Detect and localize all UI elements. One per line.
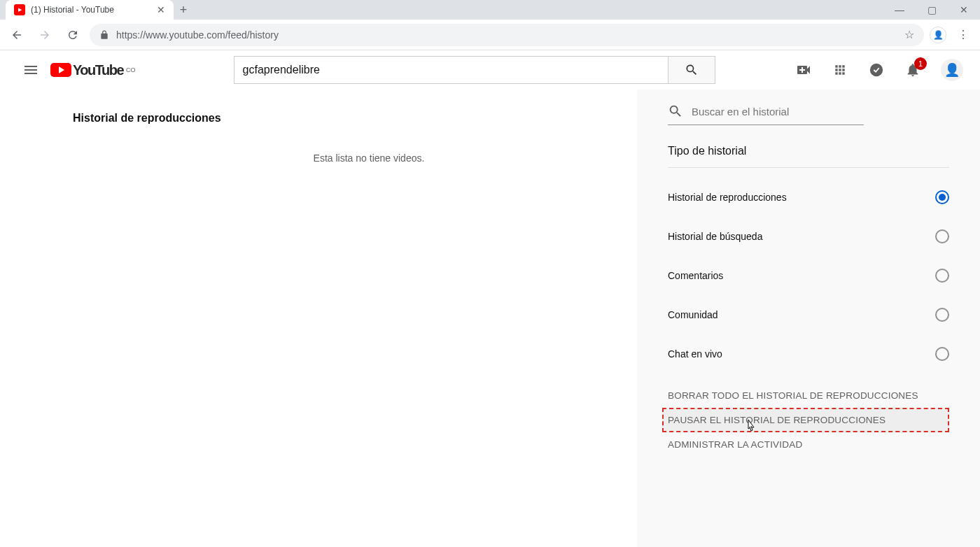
youtube-header: YouTube CO 1 👤 [0, 50, 980, 90]
back-button[interactable] [6, 24, 28, 46]
history-type-title: Tipo de historial [668, 145, 949, 157]
page-title: Historial de reproducciones [73, 112, 609, 125]
cursor-icon [745, 419, 756, 433]
browser-chrome: (1) Historial - YouTube ✕ + — ▢ ✕ https:… [0, 0, 980, 50]
notifications-button[interactable]: 1 [904, 62, 921, 78]
window-controls: — ▢ ✕ [883, 0, 980, 20]
radio-icon [935, 347, 949, 361]
lock-icon [99, 30, 109, 40]
maximize-button[interactable]: ▢ [916, 0, 948, 20]
search-icon [668, 104, 683, 119]
pause-history-button[interactable]: PAUSAR EL HISTORIAL DE REPRODUCCIONES [662, 408, 949, 432]
search-button[interactable] [668, 56, 715, 84]
radio-icon [935, 229, 949, 243]
option-label: Historial de búsqueda [668, 231, 762, 242]
radio-icon [935, 269, 949, 283]
history-search[interactable] [668, 104, 864, 125]
option-label: Comunidad [668, 309, 718, 320]
empty-list-message: Esta lista no tiene videos. [129, 152, 609, 164]
option-label: Comentarios [668, 270, 723, 281]
hamburger-menu-button[interactable] [17, 56, 45, 84]
main-column: Historial de reproducciones Esta lista n… [0, 90, 637, 547]
account-avatar[interactable]: 👤 [941, 59, 963, 81]
history-option-community[interactable]: Comunidad [668, 295, 949, 334]
search-input[interactable] [234, 56, 668, 84]
notification-badge: 1 [914, 57, 927, 70]
radio-checked-icon [935, 190, 949, 204]
history-option-comments[interactable]: Comentarios [668, 256, 949, 295]
history-option-search[interactable]: Historial de búsqueda [668, 217, 949, 256]
forward-button[interactable] [34, 24, 56, 46]
manage-activity-button[interactable]: ADMINISTRAR LA ACTIVIDAD [668, 432, 949, 457]
close-tab-icon[interactable]: ✕ [157, 4, 165, 15]
svg-point-0 [870, 64, 883, 76]
apps-button[interactable] [832, 62, 848, 78]
url-box[interactable]: https://www.youtube.com/feed/history ☆ [90, 24, 924, 46]
radio-icon [935, 308, 949, 322]
new-tab-button[interactable]: + [174, 0, 193, 20]
youtube-logo-text: YouTube [73, 62, 123, 78]
youtube-favicon [14, 4, 25, 15]
content-area: Historial de reproducciones Esta lista n… [0, 90, 980, 547]
header-actions: 1 👤 [795, 59, 963, 81]
youtube-country-code: CO [126, 66, 136, 73]
reload-button[interactable] [62, 24, 84, 46]
history-search-input[interactable] [692, 106, 864, 118]
bookmark-star-icon[interactable]: ☆ [904, 28, 914, 41]
youtube-logo[interactable]: YouTube CO [50, 62, 136, 78]
history-option-livechat[interactable]: Chat en vivo [668, 334, 949, 374]
clear-history-button[interactable]: BORRAR TODO EL HISTORIAL DE REPRODUCCION… [668, 383, 949, 408]
pause-history-label: PAUSAR EL HISTORIAL DE REPRODUCCIONES [668, 415, 886, 425]
url-text: https://www.youtube.com/feed/history [116, 29, 279, 41]
option-label: Historial de reproducciones [668, 192, 787, 203]
browser-tab[interactable]: (1) Historial - YouTube ✕ [6, 0, 174, 20]
address-bar: https://www.youtube.com/feed/history ☆ 👤… [0, 20, 980, 50]
youtube-logo-icon [50, 63, 71, 77]
messages-button[interactable] [868, 62, 885, 78]
minimize-button[interactable]: — [883, 0, 916, 20]
create-video-button[interactable] [795, 62, 812, 78]
history-sidebar: Tipo de historial Historial de reproducc… [637, 90, 980, 547]
divider [668, 167, 949, 168]
tab-strip: (1) Historial - YouTube ✕ + — ▢ ✕ [0, 0, 980, 20]
close-window-button[interactable]: ✕ [948, 0, 980, 20]
profile-avatar-small[interactable]: 👤 [930, 27, 946, 43]
option-label: Chat en vivo [668, 348, 722, 360]
history-option-watch[interactable]: Historial de reproducciones [668, 178, 949, 217]
tab-title: (1) Historial - YouTube [31, 5, 114, 15]
search-form [234, 56, 715, 84]
browser-menu-button[interactable]: ⋮ [952, 28, 974, 41]
